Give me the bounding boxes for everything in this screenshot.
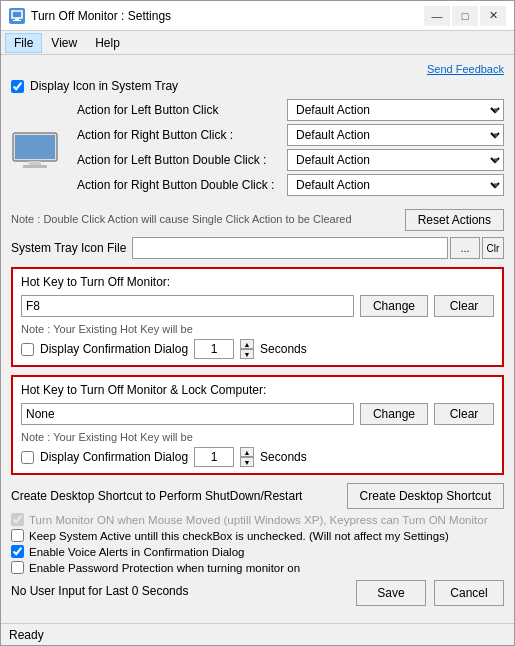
turn-monitor-label: Turn Monitor ON when Mouse Moved (uptill… — [29, 514, 487, 526]
hotkey2-note: Note : Your Existing Hot Key will be — [21, 431, 494, 443]
turn-monitor-checkbox — [11, 513, 24, 526]
hotkey1-spinner: ▲ ▼ — [240, 339, 254, 359]
right-dbl-label: Action for Right Button Double Click : — [77, 178, 287, 192]
menu-view[interactable]: View — [42, 33, 86, 53]
svg-rect-6 — [23, 165, 47, 168]
left-click-select-wrapper: Default Action — [287, 99, 504, 121]
turn-monitor-row: Turn Monitor ON when Mouse Moved (uptill… — [11, 513, 504, 526]
create-shortcut-button[interactable]: Create Desktop Shortcut — [347, 483, 504, 509]
hotkey1-note: Note : Your Existing Hot Key will be — [21, 323, 494, 335]
left-click-label: Action for Left Button Click — [77, 103, 287, 117]
hotkey1-seconds-label: Seconds — [260, 342, 307, 356]
menu-help[interactable]: Help — [86, 33, 129, 53]
main-window: Turn Off Monitor : Settings — □ ✕ File V… — [0, 0, 515, 646]
minimize-button[interactable]: — — [424, 6, 450, 26]
hotkey1-input[interactable]: F8 — [21, 295, 354, 317]
keep-system-label: Keep System Active untill this checkBox … — [29, 530, 449, 542]
hotkey1-change-button[interactable]: Change — [360, 295, 428, 317]
svg-rect-1 — [15, 18, 19, 20]
clear-icon-button[interactable]: Clr — [482, 237, 504, 259]
hotkey2-clear-button[interactable]: Clear — [434, 403, 494, 425]
save-cancel-row: Save Cancel — [356, 580, 504, 606]
monitor-icon — [11, 131, 59, 171]
cancel-button[interactable]: Cancel — [434, 580, 504, 606]
voice-alerts-checkbox[interactable] — [11, 545, 24, 558]
display-icon-label: Display Icon in System Tray — [30, 79, 178, 93]
action-table: Action for Left Button Click Default Act… — [77, 99, 504, 199]
hotkey1-title: Hot Key to Turn Off Monitor: — [21, 275, 494, 289]
hotkey2-seconds-input[interactable] — [194, 447, 234, 467]
hotkey1-spinner-up[interactable]: ▲ — [240, 339, 254, 349]
icon-file-row: System Tray Icon File ... Clr — [11, 237, 504, 259]
password-checkbox[interactable] — [11, 561, 24, 574]
left-click-row: Action for Left Button Click Default Act… — [77, 99, 504, 121]
reset-actions-button[interactable]: Reset Actions — [405, 209, 504, 231]
browse-button[interactable]: ... — [450, 237, 480, 259]
hotkey2-spinner-down[interactable]: ▼ — [240, 457, 254, 467]
save-button[interactable]: Save — [356, 580, 426, 606]
hotkey2-input[interactable] — [21, 403, 354, 425]
status-text: Ready — [9, 628, 44, 642]
hotkey1-spinner-down[interactable]: ▼ — [240, 349, 254, 359]
menu-file[interactable]: File — [5, 33, 42, 53]
right-click-row: Action for Right Button Click : Default … — [77, 124, 504, 146]
right-click-label: Action for Right Button Click : — [77, 128, 287, 142]
svg-rect-4 — [15, 135, 55, 159]
voice-alerts-label: Enable Voice Alerts in Confirmation Dial… — [29, 546, 244, 558]
reset-row: Note : Double Click Action will cause Si… — [11, 209, 504, 231]
window-title: Turn Off Monitor : Settings — [31, 9, 424, 23]
right-dbl-select-wrapper: Default Action — [287, 174, 504, 196]
display-icon-checkbox[interactable] — [11, 80, 24, 93]
no-input-text: No User Input for Last 0 Seconds — [11, 584, 188, 598]
password-label: Enable Password Protection when turning … — [29, 562, 300, 574]
hotkey2-change-button[interactable]: Change — [360, 403, 428, 425]
voice-alerts-row: Enable Voice Alerts in Confirmation Dial… — [11, 545, 504, 558]
hotkey1-seconds-input[interactable] — [194, 339, 234, 359]
hotkey2-conf-checkbox[interactable] — [21, 451, 34, 464]
keep-system-checkbox[interactable] — [11, 529, 24, 542]
svg-rect-2 — [13, 20, 21, 21]
left-click-select[interactable]: Default Action — [287, 99, 504, 121]
password-row: Enable Password Protection when turning … — [11, 561, 504, 574]
content-area: Send Feedback Display Icon in System Tra… — [1, 55, 514, 623]
app-icon — [9, 8, 25, 24]
right-click-select[interactable]: Default Action — [287, 124, 504, 146]
left-dbl-row: Action for Left Button Double Click : De… — [77, 149, 504, 171]
right-dbl-select[interactable]: Default Action — [287, 174, 504, 196]
hotkey2-input-row: Change Clear — [21, 403, 494, 425]
right-click-select-wrapper: Default Action — [287, 124, 504, 146]
bottom-row: No User Input for Last 0 Seconds Save Ca… — [11, 580, 504, 606]
icon-file-label: System Tray Icon File — [11, 241, 126, 255]
shortcut-row: Create Desktop Shortcut to Perform ShutD… — [11, 483, 504, 509]
display-icon-row: Display Icon in System Tray — [11, 79, 504, 93]
hotkey1-input-row: F8 Change Clear — [21, 295, 494, 317]
hotkey1-clear-button[interactable]: Clear — [434, 295, 494, 317]
hotkey2-box: Hot Key to Turn Off Monitor & Lock Compu… — [11, 375, 504, 475]
hotkey1-conf-label: Display Confirmation Dialog — [40, 342, 188, 356]
hotkey1-box: Hot Key to Turn Off Monitor: F8 Change C… — [11, 267, 504, 367]
double-click-note: Note : Double Click Action will cause Si… — [11, 213, 352, 225]
maximize-button[interactable]: □ — [452, 6, 478, 26]
window-controls: — □ ✕ — [424, 6, 506, 26]
svg-rect-5 — [29, 161, 41, 165]
right-dbl-row: Action for Right Button Double Click : D… — [77, 174, 504, 196]
action-section: Action for Left Button Click Default Act… — [11, 99, 504, 203]
hotkey2-spinner: ▲ ▼ — [240, 447, 254, 467]
hotkey2-seconds-label: Seconds — [260, 450, 307, 464]
hotkey2-conf-row: Display Confirmation Dialog ▲ ▼ Seconds — [21, 447, 494, 467]
icon-file-input[interactable] — [132, 237, 448, 259]
hotkey2-spinner-up[interactable]: ▲ — [240, 447, 254, 457]
send-feedback-link[interactable]: Send Feedback — [11, 63, 504, 75]
hotkey2-conf-label: Display Confirmation Dialog — [40, 450, 188, 464]
left-dbl-label: Action for Left Button Double Click : — [77, 153, 287, 167]
shortcut-label: Create Desktop Shortcut to Perform ShutD… — [11, 489, 302, 503]
menu-bar: File View Help — [1, 31, 514, 55]
status-bar: Ready — [1, 623, 514, 645]
keep-system-row: Keep System Active untill this checkBox … — [11, 529, 504, 542]
close-button[interactable]: ✕ — [480, 6, 506, 26]
hotkey1-conf-checkbox[interactable] — [21, 343, 34, 356]
hotkey1-conf-row: Display Confirmation Dialog ▲ ▼ Seconds — [21, 339, 494, 359]
svg-rect-0 — [12, 11, 22, 18]
left-dbl-select-wrapper: Default Action — [287, 149, 504, 171]
left-dbl-select[interactable]: Default Action — [287, 149, 504, 171]
